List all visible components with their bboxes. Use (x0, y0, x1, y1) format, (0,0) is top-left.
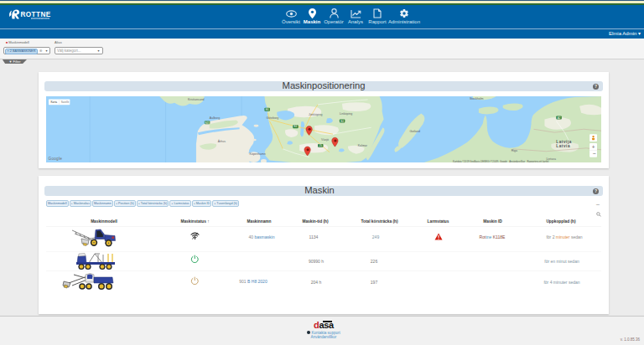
svg-text:Riga: Riga (512, 148, 517, 152)
svg-text:Växjö: Växjö (321, 138, 329, 142)
svg-text:Karta: Karta (50, 100, 57, 104)
svg-text:Aalborg: Aalborg (210, 116, 220, 120)
svg-text:Google: Google (48, 157, 62, 161)
svg-text:Linköping: Linköping (340, 111, 352, 115)
svg-text:Stockholm: Stockholm (470, 96, 484, 100)
svg-text:SKOG & TEKNIK: SKOG & TEKNIK (33, 17, 52, 18)
svg-text:Jönköping: Jönköping (309, 112, 322, 116)
svg-text:Kalmar: Kalmar (358, 143, 368, 147)
svg-text:A2: A2 (558, 116, 561, 119)
svg-text:−: − (592, 151, 595, 157)
svg-text:25: 25 (319, 144, 323, 147)
svg-text:Kartdata ©2019 GeoBasis-DE/BKG: Kartdata ©2019 GeoBasis-DE/BKG (©2009), … (453, 159, 549, 162)
svg-text:Latvia: Latvia (556, 143, 570, 147)
svg-text:E4: E4 (340, 119, 344, 122)
svg-text:Köpenhamn: Köpenhamn (250, 152, 266, 155)
svg-text:Göteborg: Göteborg (266, 116, 278, 120)
svg-text:Gotland: Gotland (409, 130, 420, 133)
svg-text:Kristiansand: Kristiansand (188, 97, 205, 100)
svg-text:Satellit: Satellit (61, 100, 70, 104)
svg-text:+: + (592, 143, 595, 149)
svg-text:E45: E45 (205, 121, 210, 124)
svg-text:Århus: Århus (218, 138, 226, 142)
svg-text:E4: E4 (294, 125, 298, 128)
svg-text:E6: E6 (266, 107, 269, 111)
